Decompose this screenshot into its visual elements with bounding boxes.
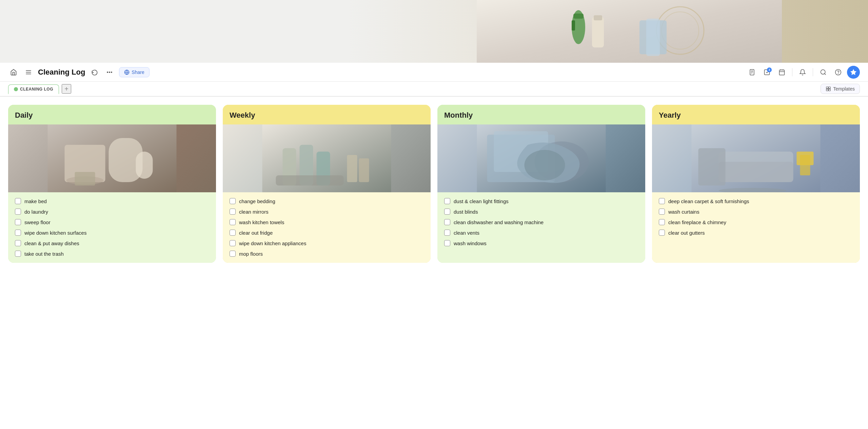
share-label: Share — [132, 70, 144, 75]
svg-rect-57 — [719, 162, 793, 182]
toolbar-right: 3 — [746, 66, 860, 79]
checkbox-daily-2[interactable] — [15, 219, 21, 225]
add-tab-icon: + — [64, 85, 68, 93]
svg-rect-49 — [359, 158, 369, 182]
list-item: clean vents — [444, 229, 638, 236]
list-item-label: wash curtains — [668, 208, 699, 215]
list-item: wipe down kitchen surfaces — [15, 229, 209, 236]
tab-cleaning-log[interactable]: CLEANING LOG — [8, 84, 59, 94]
svg-line-28 — [825, 73, 826, 75]
document-icon-btn[interactable] — [746, 66, 758, 78]
checkbox-daily-3[interactable] — [15, 230, 21, 236]
calendar-icon-btn[interactable] — [776, 66, 788, 78]
checkbox-yearly-1[interactable] — [659, 209, 665, 215]
col-illustration-daily — [8, 124, 216, 192]
page-title: Cleaning Log — [38, 68, 85, 77]
list-item: clear out gutters — [659, 229, 853, 236]
list-item-label: clean fireplace & chimney — [668, 219, 726, 226]
svg-rect-23 — [780, 70, 785, 75]
list-item: make bed — [15, 198, 209, 205]
svg-rect-47 — [276, 175, 344, 186]
list-item: take out the trash — [15, 250, 209, 257]
checkbox-weekly-3[interactable] — [230, 230, 236, 236]
list-item-label: wash kitchen towels — [239, 219, 284, 226]
list-item: change bedding — [230, 198, 424, 205]
menu-button[interactable] — [23, 67, 34, 78]
list-item: dust blinds — [444, 208, 638, 215]
avatar-button[interactable] — [847, 66, 860, 79]
checkbox-daily-4[interactable] — [15, 240, 21, 246]
checkbox-monthly-4[interactable] — [444, 240, 450, 246]
checkbox-weekly-1[interactable] — [230, 209, 236, 215]
col-image-yearly — [652, 124, 860, 192]
board-grid: Daily make beddo laundrysweep floorwipe … — [8, 105, 860, 263]
checkbox-weekly-4[interactable] — [230, 240, 236, 246]
svg-rect-48 — [347, 155, 357, 182]
column-weekly: Weekly change beddingclean mirrorswash k… — [223, 105, 431, 263]
svg-rect-32 — [826, 87, 828, 89]
col-header-weekly: Weekly — [223, 105, 431, 124]
more-options-button[interactable] — [104, 67, 115, 78]
checkbox-monthly-1[interactable] — [444, 209, 450, 215]
col-image-monthly — [437, 124, 645, 192]
toolbar-left: Cleaning Log Share — [8, 67, 746, 78]
list-item-label: wipe down kitchen appliances — [239, 240, 306, 247]
checkbox-daily-1[interactable] — [15, 209, 21, 215]
help-icon-btn[interactable] — [832, 66, 844, 78]
add-tab-button[interactable]: + — [62, 84, 71, 94]
list-item: clean dishwasher and washing machine — [444, 219, 638, 226]
svg-point-16 — [111, 72, 112, 73]
col-image-weekly — [223, 124, 431, 192]
checkbox-monthly-0[interactable] — [444, 198, 450, 204]
checkbox-weekly-2[interactable] — [230, 219, 236, 225]
templates-button[interactable]: Templates — [821, 84, 860, 94]
undo-button[interactable] — [89, 67, 100, 78]
list-item: clean mirrors — [230, 208, 424, 215]
list-item: clean fireplace & chimney — [659, 219, 853, 226]
svg-rect-19 — [750, 69, 754, 75]
svg-rect-5 — [592, 17, 604, 47]
checkbox-daily-0[interactable] — [15, 198, 21, 204]
checkbox-yearly-0[interactable] — [659, 198, 665, 204]
col-items-daily: make beddo laundrysweep floorwipe down k… — [8, 192, 216, 263]
tasks-badge: 3 — [767, 67, 772, 72]
svg-rect-42 — [136, 152, 153, 179]
list-item-label: clean & put away dishes — [24, 240, 79, 247]
checkbox-yearly-3[interactable] — [659, 230, 665, 236]
list-item: wash kitchen towels — [230, 219, 424, 226]
col-image-daily — [8, 124, 216, 192]
list-item-label: dust & clean light fittings — [454, 198, 509, 205]
toolbar: Cleaning Log Share 3 — [0, 63, 868, 82]
checkbox-monthly-2[interactable] — [444, 219, 450, 225]
col-header-daily: Daily — [8, 105, 216, 124]
list-item: clear out fridge — [230, 229, 424, 236]
checkbox-weekly-5[interactable] — [230, 251, 236, 257]
tabs-bar: CLEANING LOG + Templates — [0, 82, 868, 97]
list-item-label: mop floors — [239, 250, 263, 257]
list-item-label: clear out gutters — [668, 229, 705, 236]
svg-rect-58 — [698, 148, 726, 186]
checkbox-yearly-2[interactable] — [659, 219, 665, 225]
col-items-weekly: change beddingclean mirrorswash kitchen … — [223, 192, 431, 263]
home-button[interactable] — [8, 67, 19, 78]
list-item: do laundry — [15, 208, 209, 215]
svg-rect-41 — [75, 172, 95, 186]
list-item-label: dust blinds — [454, 208, 478, 215]
col-header-monthly: Monthly — [437, 105, 645, 124]
tab-dot-icon — [14, 87, 18, 91]
checkbox-monthly-3[interactable] — [444, 230, 450, 236]
share-button[interactable]: Share — [119, 67, 149, 77]
svg-rect-35 — [829, 89, 830, 91]
list-item-label: clean vents — [454, 229, 479, 236]
hero-illustration — [477, 0, 782, 63]
tab-label: CLEANING LOG — [20, 87, 53, 92]
list-item-label: change bedding — [239, 198, 275, 205]
checkbox-weekly-0[interactable] — [230, 198, 236, 204]
col-illustration-monthly — [437, 124, 645, 192]
search-icon-btn[interactable] — [817, 66, 829, 78]
svg-rect-60 — [800, 155, 810, 175]
svg-rect-34 — [826, 89, 828, 91]
bell-icon-btn[interactable] — [796, 66, 809, 78]
tasks-icon-btn[interactable]: 3 — [761, 66, 773, 78]
checkbox-daily-5[interactable] — [15, 251, 21, 257]
